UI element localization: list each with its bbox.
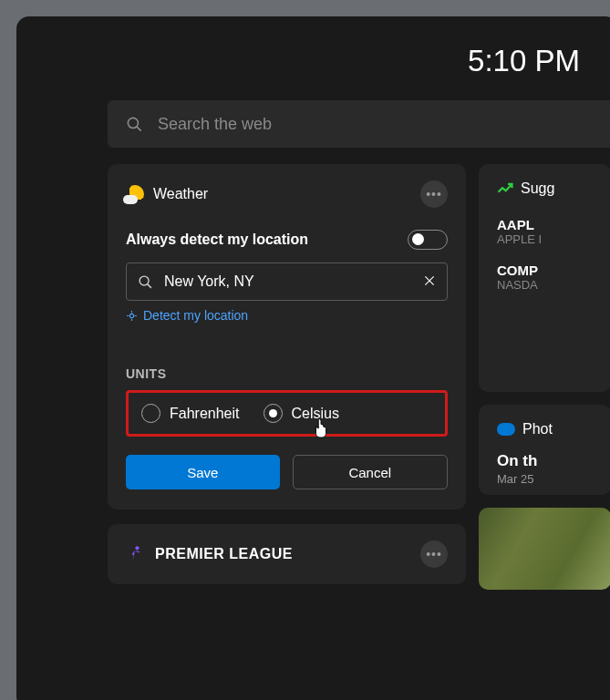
premier-league-widget: PREMIER LEAGUE •••	[108, 524, 466, 584]
location-field[interactable]	[126, 262, 448, 301]
photos-widget: Phot On th Mar 25	[479, 405, 610, 495]
stock-name: APPLE I	[497, 232, 593, 246]
premier-more-button[interactable]: •••	[420, 540, 448, 568]
radio-icon	[264, 404, 283, 423]
weather-more-button[interactable]: •••	[420, 180, 448, 208]
units-heading: UNITS	[126, 366, 448, 381]
photos-date: Mar 25	[497, 472, 593, 486]
premier-title: PREMIER LEAGUE	[155, 546, 293, 562]
photos-title: Phot	[522, 421, 553, 438]
close-icon	[423, 274, 436, 287]
clock-time: 5:10 PM	[108, 44, 591, 78]
onedrive-icon	[497, 423, 515, 436]
photo-thumbnail[interactable]	[479, 508, 610, 590]
radio-icon	[141, 404, 160, 423]
runner-icon	[126, 545, 144, 563]
svg-line-3	[148, 283, 151, 287]
stocks-icon	[497, 182, 513, 195]
suggestions-title: Sugg	[521, 180, 554, 197]
stock-symbol: COMP	[497, 262, 593, 278]
weather-title: Weather	[153, 186, 208, 202]
photos-headline: On th	[497, 452, 593, 470]
save-button[interactable]: Save	[126, 455, 280, 489]
search-icon	[138, 274, 153, 290]
svg-point-0	[128, 118, 138, 128]
search-icon	[126, 116, 143, 133]
location-input[interactable]	[164, 273, 412, 290]
web-search[interactable]	[108, 100, 610, 148]
detect-location-label: Detect my location	[143, 308, 248, 323]
weather-widget: Weather ••• Always detect my location	[108, 164, 466, 510]
clear-location-button[interactable]	[423, 273, 436, 292]
always-detect-label: Always detect my location	[126, 232, 308, 248]
stock-name: NASDA	[497, 278, 593, 292]
fahrenheit-label: Fahrenheit	[170, 406, 240, 422]
stock-symbol: AAPL	[497, 217, 593, 232]
locate-icon	[126, 310, 138, 322]
cancel-button[interactable]: Cancel	[293, 455, 449, 489]
search-input[interactable]	[158, 115, 600, 134]
stock-row[interactable]: COMP NASDA	[497, 262, 593, 292]
radio-fahrenheit[interactable]: Fahrenheit	[141, 404, 240, 423]
units-radio-group: Fahrenheit Celsius	[126, 390, 448, 437]
celsius-label: Celsius	[292, 406, 339, 422]
weather-icon	[126, 185, 144, 203]
suggestions-widget: Sugg AAPL APPLE I COMP NASDA	[479, 164, 610, 392]
radio-celsius[interactable]: Celsius	[264, 404, 339, 423]
svg-point-2	[140, 276, 149, 285]
svg-point-7	[135, 546, 139, 550]
svg-point-6	[129, 314, 133, 317]
svg-line-1	[137, 126, 141, 130]
detect-location-link[interactable]: Detect my location	[126, 308, 448, 323]
always-detect-toggle[interactable]	[408, 230, 448, 250]
stock-row[interactable]: AAPL APPLE I	[497, 217, 593, 246]
